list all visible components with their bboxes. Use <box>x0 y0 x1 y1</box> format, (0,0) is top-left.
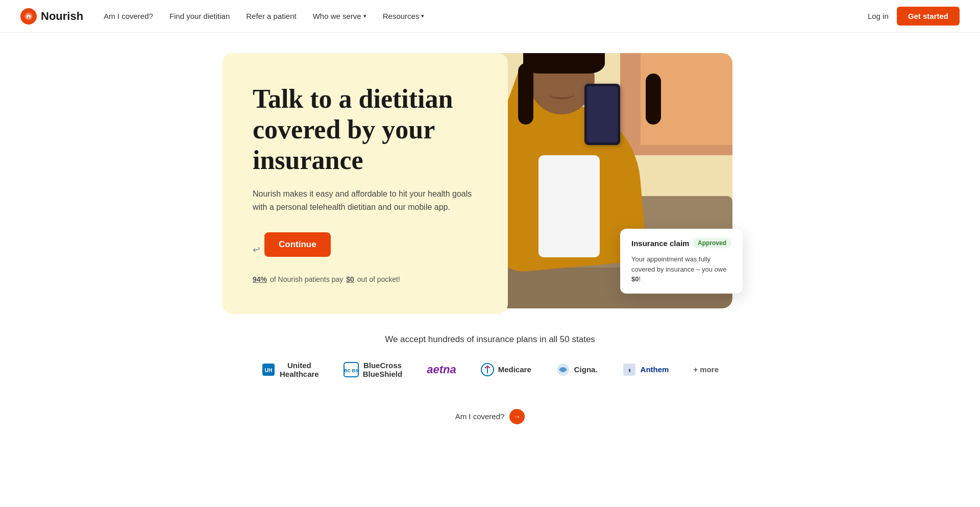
logos-section: We accept hundreds of insurance plans in… <box>0 324 980 399</box>
nav-refer-patient[interactable]: Refer a patient <box>246 12 296 20</box>
logo-united-healthcare: UH UnitedHealthcare <box>261 361 319 378</box>
get-started-button[interactable]: Get started <box>897 7 960 26</box>
login-link[interactable]: Log in <box>868 12 889 20</box>
united-healthcare-label: UnitedHealthcare <box>280 361 319 378</box>
hero-inner: Talk to a dietitian covered by your insu… <box>222 53 758 314</box>
logo-bluecross: BC BS BlueCrossBlueShield <box>344 361 403 378</box>
logo-text: Nourish <box>41 10 83 23</box>
logo-more: + more <box>693 365 719 374</box>
logo-icon <box>20 8 37 25</box>
logo-anthem: ⚕ Anthem <box>622 363 669 377</box>
hero-title: Talk to a dietitian covered by your insu… <box>253 84 477 175</box>
logos-row: UH UnitedHealthcare BC BS BlueCrossBlueS… <box>20 361 960 378</box>
stat-amount: $0 <box>346 275 354 283</box>
nourish-icon <box>24 12 33 21</box>
insurance-card-header: Insurance claim Approved <box>631 238 731 248</box>
anthem-icon: ⚕ <box>622 363 636 377</box>
navbar: Nourish Am I covered? Find your dietitia… <box>0 0 980 33</box>
nav-right: Log in Get started <box>868 7 960 26</box>
nav-who-we-serve[interactable]: Who we serve ▾ <box>313 12 366 20</box>
insurance-card: Insurance claim Approved Your appointmen… <box>620 229 743 294</box>
svg-text:UH: UH <box>265 368 272 373</box>
insurance-amount: $0 <box>631 275 639 283</box>
nav-resources[interactable]: Resources ▾ <box>383 12 425 20</box>
chevron-down-icon: ▾ <box>363 13 366 19</box>
nav-find-dietitian[interactable]: Find your dietitian <box>169 12 230 20</box>
am-covered-label: Am I covered? <box>455 412 505 421</box>
medicare-label: Medicare <box>498 365 531 374</box>
cigna-icon <box>556 363 570 377</box>
stat-percentage: 94% <box>253 275 267 283</box>
hero-description: Nourish makes it easy and affordable to … <box>253 187 477 213</box>
arrow-icon: ↩ <box>252 243 261 255</box>
insurance-card-body: Your appointment was fully covered by in… <box>631 254 731 284</box>
logos-title: We accept hundreds of insurance plans in… <box>20 334 960 345</box>
bluecross-label: BlueCrossBlueShield <box>363 361 403 378</box>
svg-text:⚕: ⚕ <box>628 368 630 373</box>
am-covered-section: Am I covered? → <box>0 399 980 445</box>
svg-text:BC BS: BC BS <box>344 368 358 373</box>
medicare-icon <box>481 363 494 376</box>
bluecross-icon: BC BS <box>344 362 359 377</box>
insurance-approved-badge: Approved <box>693 238 731 248</box>
nav-am-i-covered[interactable]: Am I covered? <box>104 12 153 20</box>
hero-card: Talk to a dietitian covered by your insu… <box>222 53 508 314</box>
hero-section: Talk to a dietitian covered by your insu… <box>0 33 980 324</box>
continue-button[interactable]: Continue <box>264 232 331 257</box>
stat-suffix-text: out of pocket! <box>357 275 400 283</box>
am-covered-arrow-icon: → <box>509 409 525 424</box>
chevron-down-icon: ▾ <box>421 13 424 19</box>
logo-cigna: Cigna. <box>556 363 598 377</box>
cigna-label: Cigna. <box>574 365 598 374</box>
logo-more-label: + more <box>693 365 719 374</box>
hero-image-wrap: Insurance claim Approved Your appointmen… <box>477 53 732 314</box>
hero-stat: 94% of Nourish patients pay $0 out of po… <box>253 275 477 283</box>
insurance-card-title: Insurance claim <box>631 239 689 248</box>
am-i-covered-button[interactable]: Am I covered? → <box>455 409 525 424</box>
united-healthcare-icon: UH <box>261 363 276 377</box>
logo[interactable]: Nourish <box>20 8 83 25</box>
stat-mid-text: of Nourish patients pay <box>270 275 343 283</box>
logo-medicare: Medicare <box>481 363 531 376</box>
aetna-label: aetna <box>427 363 456 376</box>
logo-aetna: aetna <box>427 363 456 376</box>
nav-links: Am I covered? Find your dietitian Refer … <box>104 12 868 20</box>
anthem-label: Anthem <box>641 365 669 374</box>
